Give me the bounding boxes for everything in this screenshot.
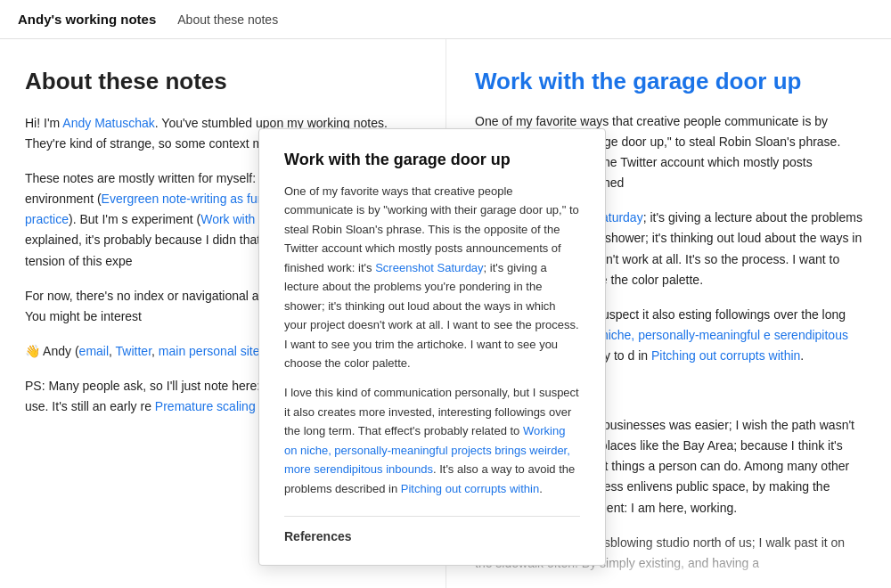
popup-card: Work with the garage door up One of my f…: [258, 128, 606, 566]
twitter-link[interactable]: Twitter: [116, 344, 151, 358]
nav-link-about[interactable]: About these notes: [177, 12, 278, 27]
main-content: About these notes Hi! I'm Andy Matuschak…: [0, 39, 891, 588]
popup-para-1: One of my favorite ways that creative pe…: [284, 182, 580, 372]
right-pitching-link[interactable]: Pitching out corrupts within: [651, 348, 800, 363]
popup-para-2: I love this kind of communication person…: [284, 383, 580, 498]
popup-pitching-link[interactable]: Pitching out corrupts within: [401, 482, 539, 495]
popup-heading: Work with the garage door up: [284, 151, 580, 169]
navbar: Andy's working notes About these notes: [0, 0, 891, 39]
right-heading: Work with the garage door up: [475, 68, 862, 95]
personal-site-link[interactable]: main personal site: [159, 344, 260, 358]
andy-link[interactable]: Andy Matuschak: [62, 116, 155, 130]
left-heading: About these notes: [25, 68, 421, 95]
popup-screenshot-link[interactable]: Screenshot Saturday: [375, 261, 483, 274]
email-link[interactable]: email: [79, 344, 109, 358]
site-title: Andy's working notes: [18, 12, 156, 27]
popup-references: References: [284, 516, 580, 543]
popup-niche-link[interactable]: Working on niche, personally-meaningful …: [284, 424, 570, 476]
